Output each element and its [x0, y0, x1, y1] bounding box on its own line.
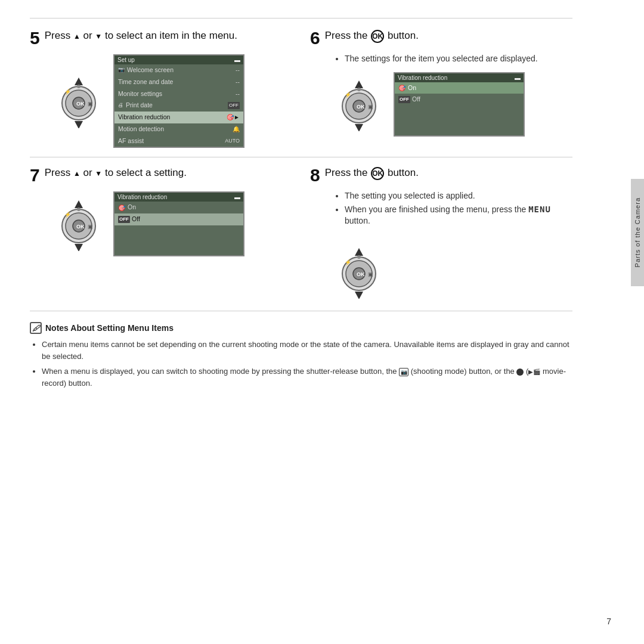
lcd-print-label: Print date [126, 101, 153, 110]
step-7-number: 7 [30, 166, 40, 184]
lcd-row-motion: Motion detection 🔔 [114, 123, 243, 135]
notes-header: 🖊 Notes About Setting Menu Items [30, 322, 572, 334]
lcd-vr-on-icon-b: 🎯 [118, 203, 125, 212]
step-7-title: Press or to select a setting. [45, 166, 187, 179]
lcd-setup-screen: Set up ▬ 📷 Welcome screen -- Time zone a… [113, 54, 244, 148]
svg-text:⚡: ⚡ [345, 259, 352, 266]
svg-text:⚡: ⚡ [345, 91, 352, 98]
lcd-vr-on-label-b: On [128, 203, 136, 212]
lcd-vr-top-title: Vibration reduction [398, 75, 447, 81]
svg-text:⚡: ⚡ [64, 88, 72, 95]
lcd-row-timezone: Time zone and date -- [114, 76, 243, 88]
lcd-monitor-label: Monitor settings [118, 89, 162, 99]
svg-text:▣: ▣ [88, 224, 93, 230]
svg-point-26 [77, 208, 80, 211]
notes-title: Notes About Setting Menu Items [45, 323, 174, 333]
step-6-header: 6 Press the OK button. [310, 29, 572, 47]
lcd-vr-top-titlebar: Vibration reduction ▬ [395, 73, 524, 82]
lcd-vr-off-badge-top: OFF [398, 96, 410, 103]
lcd-monitor-val: -- [236, 89, 240, 99]
camera-dial-7: ⚡ OK ▣ [55, 197, 103, 251]
steps-row-78: 7 Press or to select a setting. ⚡ OK ▣ [30, 166, 572, 299]
lcd-vr-off-badge-bottom: OFF [118, 216, 130, 223]
lcd-vr-on-icon: 🎯 [398, 83, 405, 92]
camera-dial-6: ⚡ OK ▣ [335, 78, 383, 131]
main-content: 5 Press or to select an item in the menu… [0, 0, 602, 404]
svg-point-35 [357, 255, 361, 259]
lcd-setup-title: Set up [117, 57, 135, 63]
svg-text:▣: ▣ [368, 104, 373, 110]
svg-text:▣: ▣ [368, 271, 373, 277]
lcd-motion-label: Motion detection [118, 125, 164, 134]
step-8-number: 8 [310, 166, 320, 184]
lcd-vr-val: 🎯► [227, 113, 240, 122]
svg-text:OK: OK [76, 101, 85, 107]
steps-row-56: 5 Press or to select an item in the menu… [30, 29, 572, 148]
svg-text:⚡: ⚡ [64, 211, 72, 218]
lcd-print-icon: 🖨 [118, 101, 123, 110]
step-7-col: 7 Press or to select a setting. ⚡ OK ▣ [30, 166, 310, 299]
lcd-vr-top-icon: ▬ [515, 75, 521, 81]
step-6-col: 6 Press the OK button. The settings for … [310, 29, 572, 148]
lcd-vr-off-label-bottom: Off [132, 215, 140, 224]
notes-icon: 🖊 [30, 322, 42, 334]
notes-body: Certain menu items cannot be set dependi… [30, 339, 572, 389]
lcd-welcome-label: Welcome screen [127, 66, 174, 75]
svg-text:OK: OK [76, 224, 85, 230]
svg-text:OK: OK [357, 271, 365, 277]
lcd-vr-bottom-titlebar: Vibration reduction ▬ [114, 193, 243, 202]
lcd-row-vr: Vibration reduction 🎯► [114, 112, 243, 123]
notes-bullet1: Certain menu items cannot be set dependi… [42, 339, 572, 362]
step-8-header: 8 Press the OK button. [310, 166, 572, 184]
notes-divider [30, 311, 572, 311]
svg-text:OK: OK [357, 104, 365, 110]
lcd-af-label: AF assist [118, 137, 144, 146]
side-tab-text: Parts of the Camera [634, 197, 641, 267]
divider-mid [30, 157, 572, 157]
lcd-vr-on-label: On [408, 83, 416, 93]
step-8-bullet2: When you are finished using the menu, pr… [345, 204, 572, 227]
lcd-row-afassist: AF assist AUTO [114, 135, 243, 147]
lcd-vr-bottom-title: Vibration reduction [117, 194, 167, 200]
lcd-timezone-val: -- [236, 78, 240, 87]
lcd-vr-top-off: OFF Off [395, 94, 524, 106]
lcd-af-val: AUTO [225, 137, 240, 145]
lcd-vr-bottom-screen: Vibration reduction ▬ 🎯 On OFF Off [113, 191, 244, 256]
camera-dial-8: ⚡ OK ▣ [335, 245, 383, 299]
lcd-setup-titlebar: Set up ▬ [114, 55, 243, 64]
step-6-number: 6 [310, 29, 320, 47]
circle-icon [516, 369, 524, 376]
svg-point-17 [357, 88, 361, 91]
step-8-col: 8 Press the OK button. The setting you s… [310, 166, 572, 299]
svg-marker-34 [355, 292, 363, 299]
step-7-header: 7 Press or to select a setting. [30, 166, 292, 184]
svg-marker-18 [75, 200, 83, 208]
step-6-body: The settings for the item you selected a… [310, 53, 572, 65]
lcd-motion-val: 🔔 [233, 125, 240, 134]
svg-marker-16 [355, 124, 363, 131]
lcd-row-welcome: 📷 Welcome screen -- [114, 64, 243, 76]
lcd-vr-bottom-empty [114, 225, 243, 255]
notes-bullet2: When a menu is displayed, you can switch… [42, 366, 572, 389]
camera-dial-5: ⚡ OK ▣ [55, 75, 103, 128]
side-tab: Parts of the Camera [631, 179, 644, 286]
step-7-illustration: ⚡ OK ▣ Vibration reduction ▬ 🎯 On [30, 191, 292, 256]
lcd-vr-top-empty [395, 106, 524, 135]
lcd-vr-top-screen: Vibration reduction ▬ 🎯 On OFF Off [394, 72, 525, 137]
svg-marker-27 [355, 248, 363, 256]
step-6-illustration: ⚡ OK ▣ Vibration reduction ▬ 🎯 On [310, 72, 572, 137]
notes-section: 🖊 Notes About Setting Menu Items Certain… [30, 311, 572, 389]
svg-marker-25 [75, 244, 83, 251]
lcd-row-monitor: Monitor settings -- [114, 88, 243, 100]
step-8-body: The setting you selected is applied. Whe… [310, 190, 572, 227]
lcd-vr-bottom-on: 🎯 On [114, 202, 243, 213]
movie-icon: ▶🎬 [528, 367, 540, 376]
svg-point-8 [77, 85, 80, 88]
step-8-bullet1: The setting you selected is applied. [345, 190, 572, 202]
lcd-print-val: OFF [228, 102, 240, 109]
lcd-setup-icon: ▬ [234, 57, 240, 63]
step-6-title: Press the OK button. [325, 29, 419, 43]
page-number: 7 [606, 617, 611, 626]
svg-marker-9 [355, 80, 363, 88]
lcd-camera-icon: 📷 [118, 66, 125, 75]
